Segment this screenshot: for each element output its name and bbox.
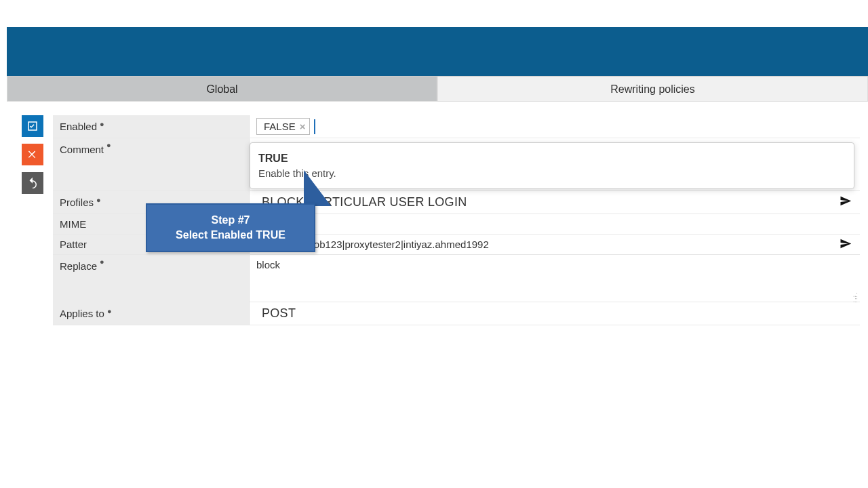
label-applies-to: Applies to●: [53, 302, 250, 325]
row-applies-to: Applies to● POST: [53, 302, 860, 325]
token-false[interactable]: FALSE ×: [256, 118, 310, 135]
resize-handle-icon[interactable]: ..:.::: [853, 291, 857, 302]
row-replace: Replace● block ..:.::: [53, 255, 860, 302]
value-enabled: FALSE × TRUE Enable this entry.: [250, 115, 860, 138]
info-icon: ●: [106, 141, 111, 149]
undo-icon[interactable]: [22, 172, 43, 194]
token-label: FALSE: [264, 121, 296, 132]
text-cursor: [314, 119, 315, 134]
value-profiles[interactable]: BLOCK PARTICULAR USER LOGIN: [250, 191, 860, 214]
tab-rewriting-policies[interactable]: Rewriting policies: [437, 77, 868, 102]
delete-icon[interactable]: [22, 144, 43, 165]
instruction-callout: Step #7 Select Enabled TRUE: [146, 203, 315, 252]
callout-arrow: [305, 172, 331, 206]
content-area: Enabled● FALSE × TRUE Enable this entry.…: [7, 102, 868, 325]
info-icon: ●: [100, 120, 104, 128]
value-applies-to[interactable]: POST: [250, 302, 860, 325]
action-toolbar: [22, 115, 43, 325]
tab-row: Global Rewriting policies: [7, 76, 868, 102]
callout-line1: Step #7: [154, 214, 307, 226]
token-remove-icon[interactable]: ×: [300, 121, 306, 132]
value-comment[interactable]: [250, 138, 860, 190]
tab-global[interactable]: Global: [7, 77, 437, 102]
header-bar: [7, 27, 868, 76]
form-area: Enabled● FALSE × TRUE Enable this entry.…: [53, 115, 860, 325]
value-pattern[interactable]: vincent123|bob123|proxytester2|intiyaz.a…: [250, 235, 860, 254]
value-mime[interactable]: Not specified: [250, 214, 860, 234]
confirm-icon[interactable]: [22, 115, 43, 137]
label-comment: Comment●: [53, 138, 250, 190]
info-icon: ●: [100, 258, 104, 266]
send-icon[interactable]: [840, 237, 852, 251]
callout-line2: Select Enabled TRUE: [176, 229, 285, 241]
row-enabled: Enabled● FALSE × TRUE Enable this entry.: [53, 115, 860, 138]
info-icon: ●: [107, 307, 112, 315]
label-enabled: Enabled●: [53, 115, 250, 138]
row-comment: Comment●: [53, 138, 860, 191]
value-replace[interactable]: block ..:.::: [250, 255, 860, 304]
label-replace: Replace●: [53, 255, 250, 304]
send-icon[interactable]: [840, 195, 852, 210]
info-icon: ●: [96, 196, 101, 204]
